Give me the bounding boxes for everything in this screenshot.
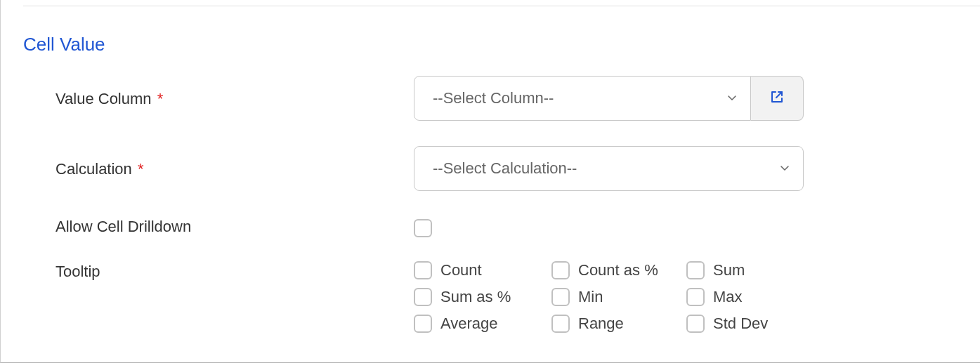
tooltip-item-count-as-pct: Count as % bbox=[551, 261, 686, 279]
section-divider bbox=[23, 6, 980, 6]
chevron-down-icon bbox=[779, 159, 790, 178]
tooltip-label-range: Range bbox=[578, 315, 624, 333]
tooltip-checkbox-range[interactable] bbox=[551, 315, 570, 333]
tooltip-label-average: Average bbox=[440, 315, 498, 333]
tooltip-checkbox-max[interactable] bbox=[686, 288, 705, 306]
control-tooltip: Count Count as % Sum Sum as % Min bbox=[414, 261, 768, 333]
row-allow-cell-drilldown: Allow Cell Drilldown bbox=[55, 216, 952, 240]
tooltip-label-count-as-pct: Count as % bbox=[578, 261, 658, 279]
tooltip-item-range: Range bbox=[551, 315, 686, 333]
calculation-placeholder: --Select Calculation-- bbox=[433, 159, 577, 178]
control-value-column: --Select Column-- bbox=[414, 76, 804, 121]
tooltip-item-std-dev: Std Dev bbox=[686, 315, 768, 333]
label-tooltip: Tooltip bbox=[55, 261, 414, 281]
value-column-external-button[interactable] bbox=[751, 76, 804, 121]
tooltip-item-sum-as-pct: Sum as % bbox=[414, 288, 551, 306]
row-tooltip: Tooltip Count Count as % Sum Sum as % bbox=[55, 261, 952, 333]
tooltip-label-std-dev: Std Dev bbox=[713, 315, 768, 333]
tooltip-label-max: Max bbox=[713, 288, 743, 306]
tooltip-label-sum: Sum bbox=[713, 261, 745, 279]
tooltip-grid: Count Count as % Sum Sum as % Min bbox=[414, 261, 768, 333]
required-mark: * bbox=[157, 90, 164, 107]
tooltip-item-count: Count bbox=[414, 261, 551, 279]
row-calculation: Calculation * --Select Calculation-- bbox=[55, 146, 952, 191]
value-column-select[interactable]: --Select Column-- bbox=[414, 76, 751, 121]
value-column-select-wrap: --Select Column-- bbox=[414, 76, 804, 121]
label-allow-cell-drilldown: Allow Cell Drilldown bbox=[55, 216, 414, 236]
value-column-placeholder: --Select Column-- bbox=[433, 89, 554, 107]
tooltip-checkbox-sum[interactable] bbox=[686, 261, 705, 279]
control-allow-cell-drilldown bbox=[414, 216, 432, 240]
tooltip-checkbox-average[interactable] bbox=[414, 315, 432, 333]
tooltip-checkbox-sum-as-pct[interactable] bbox=[414, 288, 432, 306]
chevron-down-icon bbox=[726, 89, 738, 107]
required-mark: * bbox=[138, 160, 144, 178]
section-title: Cell Value bbox=[23, 34, 105, 55]
row-value-column: Value Column * --Select Column-- bbox=[55, 76, 952, 121]
tooltip-item-max: Max bbox=[686, 288, 768, 306]
label-value-column-text: Value Column bbox=[55, 90, 152, 107]
tooltip-label-min: Min bbox=[578, 288, 603, 306]
tooltip-checkbox-count-as-pct[interactable] bbox=[551, 261, 570, 279]
label-calculation: Calculation * bbox=[55, 159, 414, 178]
tooltip-item-average: Average bbox=[414, 315, 551, 333]
label-value-column: Value Column * bbox=[55, 88, 414, 108]
control-calculation: --Select Calculation-- bbox=[414, 146, 804, 191]
tooltip-checkbox-count[interactable] bbox=[414, 261, 432, 279]
external-link-icon bbox=[770, 90, 784, 107]
tooltip-label-count: Count bbox=[440, 261, 482, 279]
tooltip-item-min: Min bbox=[551, 288, 686, 306]
form-area: Value Column * --Select Column-- bbox=[55, 76, 952, 354]
label-calculation-text: Calculation bbox=[55, 160, 132, 178]
tooltip-item-sum: Sum bbox=[686, 261, 768, 279]
tooltip-checkbox-std-dev[interactable] bbox=[686, 315, 705, 333]
calculation-select[interactable]: --Select Calculation-- bbox=[414, 146, 804, 191]
tooltip-checkbox-min[interactable] bbox=[551, 288, 570, 306]
allow-cell-drilldown-checkbox[interactable] bbox=[414, 219, 432, 237]
tooltip-label-sum-as-pct: Sum as % bbox=[440, 288, 511, 306]
